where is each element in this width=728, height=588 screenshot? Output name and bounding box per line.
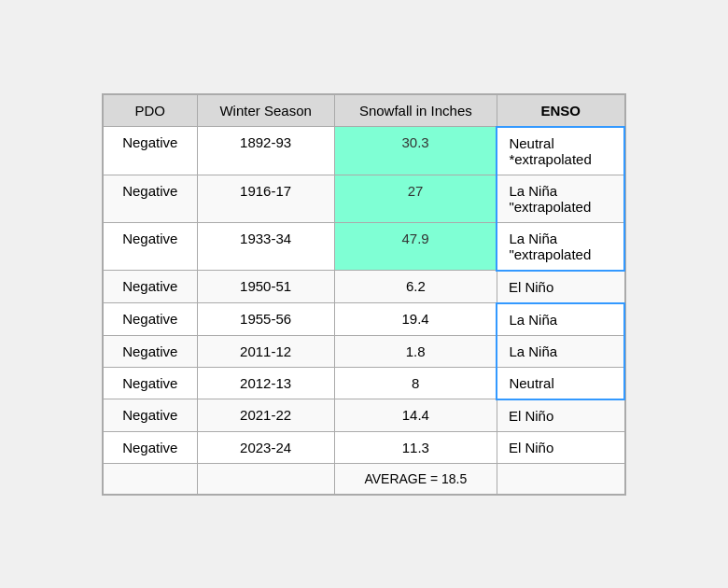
cell-season: 1955-56 [197, 303, 334, 336]
cell-enso: El Niño [497, 271, 624, 303]
cell-pdo: Negative [104, 175, 198, 222]
table-row: Negative1933-3447.9La Niña"extrapolated [104, 222, 625, 271]
header-snowfall: Snowfall in Inches [334, 94, 497, 127]
cell-enso: El Niño [497, 399, 624, 432]
cell-pdo: Negative [104, 271, 198, 303]
cell-snowfall: 6.2 [334, 271, 497, 303]
cell-season: 1892-93 [197, 127, 334, 175]
cell-snowfall: 8 [334, 367, 497, 399]
table-row: Negative2011-121.8La Niña [104, 335, 625, 367]
cell-snowfall: 47.9 [334, 222, 497, 271]
table-row: Negative2012-138Neutral [104, 367, 625, 399]
cell-season: 2021-22 [197, 399, 334, 432]
cell-season: 2023-24 [197, 431, 334, 463]
cell-snowfall: 11.3 [334, 431, 497, 463]
cell-enso: Neutral [497, 367, 624, 399]
cell-enso: La Niña [497, 303, 624, 336]
cell-pdo: Negative [104, 127, 198, 175]
cell-snowfall: 14.4 [334, 399, 497, 432]
cell-pdo: Negative [104, 399, 198, 432]
cell-snowfall: 30.3 [334, 127, 497, 175]
cell-season: 1950-51 [197, 271, 334, 303]
cell-season: 1916-17 [197, 175, 334, 222]
header-pdo: PDO [104, 94, 198, 127]
header-season: Winter Season [197, 94, 334, 127]
cell-pdo: Negative [104, 222, 198, 271]
avg-empty-1 [104, 463, 198, 494]
header-row: PDO Winter Season Snowfall in Inches ENS… [104, 94, 625, 127]
cell-pdo: Negative [104, 303, 198, 336]
cell-snowfall: 1.8 [334, 335, 497, 367]
table-row: Negative1955-5619.4La Niña [104, 303, 625, 336]
data-table: PDO Winter Season Snowfall in Inches ENS… [103, 94, 625, 495]
cell-pdo: Negative [104, 431, 198, 463]
table-row: Negative1916-1727La Niña"extrapolated [104, 175, 625, 222]
cell-enso: La Niña [497, 335, 624, 367]
table-row: Negative1892-9330.3Neutral*extrapolated [104, 127, 625, 175]
avg-empty-3 [497, 463, 624, 494]
cell-season: 2012-13 [197, 367, 334, 399]
table-row: Negative2021-2214.4El Niño [104, 399, 625, 432]
cell-enso: El Niño [497, 431, 624, 463]
average-row: AVERAGE = 18.5 [104, 463, 625, 494]
cell-enso: Neutral*extrapolated [497, 127, 624, 175]
header-enso: ENSO [497, 94, 624, 127]
cell-snowfall: 27 [334, 175, 497, 222]
cell-enso: La Niña"extrapolated [497, 222, 624, 271]
cell-season: 1933-34 [197, 222, 334, 271]
avg-value: AVERAGE = 18.5 [334, 463, 497, 494]
avg-empty-2 [197, 463, 334, 494]
cell-pdo: Negative [104, 367, 198, 399]
cell-enso: La Niña"extrapolated [497, 175, 624, 222]
data-table-wrapper: PDO Winter Season Snowfall in Inches ENS… [102, 93, 626, 496]
table-row: Negative1950-516.2El Niño [104, 271, 625, 303]
cell-snowfall: 19.4 [334, 303, 497, 336]
table-row: Negative2023-2411.3El Niño [104, 431, 625, 463]
cell-pdo: Negative [104, 335, 198, 367]
cell-season: 2011-12 [197, 335, 334, 367]
